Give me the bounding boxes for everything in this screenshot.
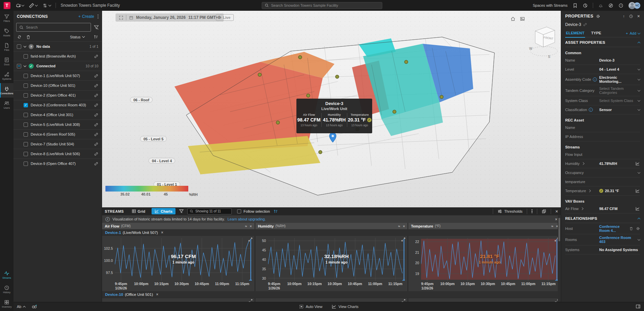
trash-icon[interactable] [26,35,31,39]
link-icon[interactable] [94,74,98,78]
sort-icon[interactable] [273,209,278,214]
connection-row[interactable]: Device-5 (Live/Work Unit 308) [13,119,102,129]
approx-icon[interactable]: ≈ [398,224,400,228]
info-icon[interactable]: i [593,77,597,81]
status-dropdown[interactable]: Status [70,35,85,39]
swap-tool[interactable] [42,3,51,8]
device-checkbox[interactable] [24,152,28,156]
view-charts-button[interactable]: View Charts [332,304,358,309]
connection-row[interactable]: Device-10 (Office Unit 501) [13,80,102,90]
trash-icon[interactable] [629,227,633,231]
info-icon[interactable]: i [589,108,593,112]
chevron-down-icon[interactable] [638,89,640,91]
global-search[interactable] [262,2,382,9]
partial-chart[interactable] [102,298,255,302]
sort-icon[interactable] [93,34,98,39]
collapse-icon[interactable] [638,41,640,44]
close-streams-icon[interactable]: × [555,209,558,214]
expand-chart-icon[interactable] [248,237,253,242]
link-icon[interactable] [94,142,98,146]
compass-icon[interactable] [608,3,613,8]
link-icon[interactable] [94,162,98,166]
collapse-icon[interactable] [638,217,640,220]
device-checkbox[interactable] [24,142,28,146]
connection-row[interactable]: Device-2 (Open Office 401) [13,90,102,100]
connection-row[interactable]: Device-6 (Green Roof 505) [13,129,102,139]
property-row[interactable]: Flow Input [565,150,640,159]
connection-row[interactable]: ✓ Device-3 (Conference Room 403) [13,100,102,110]
snapshot-icon[interactable] [520,16,525,22]
property-row[interactable]: Occupancy [565,168,640,177]
global-search-input[interactable] [271,3,379,7]
section-header[interactable]: RELATIONSHIPS [565,213,640,223]
property-row[interactable]: System Class Select System Class [565,96,640,105]
connection-group[interactable]: ? No data 1 of 1 [13,41,102,51]
expand-chart-icon[interactable] [401,237,406,242]
tab-type[interactable]: TYPE [590,30,602,37]
connections-search[interactable] [16,23,91,32]
time-header[interactable]: Monday, January 26, 2026 11:17 PM GMT+8 [116,13,224,22]
bell-icon[interactable] [598,3,603,8]
device-checkbox[interactable] [24,162,28,166]
device-checkbox[interactable] [24,113,28,117]
sidebar-item-docs[interactable]: Docs [0,54,13,69]
property-row[interactable]: Assembly Codei Electronic Monitoring... [565,74,640,85]
device-row-10[interactable]: Device-10 (Office Unit 501) × [102,291,561,298]
chevron-down-icon[interactable] [638,108,640,110]
sidebar-item-systems[interactable]: Systems [0,69,13,83]
chevron-down-icon[interactable] [24,64,26,67]
connection-row[interactable]: Device-9 (Open Office 407) [13,159,102,168]
property-row[interactable]: Temperature ✓20.31 °F [565,186,640,196]
streams-scrollbar[interactable] [558,215,561,302]
history-icon[interactable] [629,14,633,19]
thresholds-button[interactable]: Thresholds [497,209,522,214]
filter-funnel-icon[interactable] [179,209,184,214]
level-label-4[interactable]: 04 - Level 4 [149,158,175,164]
device-row-1[interactable]: Device-1 (Live/Work Unit 507) × [102,229,561,236]
property-row[interactable]: Classificationi Sensor [565,105,640,114]
follow-selection-toggle[interactable]: Follow selection [237,209,270,213]
approx-icon[interactable]: ≈ [245,224,247,228]
sidebar-item-users[interactable]: Users [0,98,13,112]
link-icon[interactable] [94,152,98,156]
link-icon[interactable] [94,123,98,127]
streams-menu-icon[interactable] [532,209,533,213]
home-icon[interactable] [510,16,516,22]
streams-search[interactable] [187,208,232,214]
gear-icon[interactable] [636,227,640,231]
link-icon[interactable] [94,83,98,88]
sparkline-icon[interactable] [635,161,640,166]
sidebar-item-connections[interactable]: Connections [0,83,13,98]
measure-tool[interactable] [29,3,37,8]
property-row[interactable]: Name [565,123,640,132]
device-checkbox[interactable] [24,74,28,78]
connection-row[interactable]: Device-7 (Studio Unit 504) [13,139,102,149]
connection-group[interactable]: ✓ Connected 10 of 10 [13,61,102,71]
connection-row[interactable]: Device-1 (Live/Work Unit 507) [13,71,102,80]
close-device-icon[interactable]: × [161,230,163,235]
property-row[interactable]: Systems No Assigned Systems [565,245,640,254]
device-checkbox[interactable] [24,83,28,88]
link-icon[interactable] [94,132,98,137]
close-properties-icon[interactable]: × [637,13,640,19]
property-row[interactable]: Name Device-3 [565,56,640,65]
sparkline-icon[interactable] [635,188,640,193]
partial-chart[interactable] [255,298,408,302]
sidebar-item-filters[interactable]: Filters [0,11,13,25]
group-checkbox[interactable] [17,64,21,68]
property-row[interactable]: Tandem Category Select Tandem Categories [565,85,640,96]
device-checkbox[interactable]: ✓ [24,103,28,107]
link-icon[interactable] [583,23,587,27]
streams-search-input[interactable] [195,209,229,213]
clusters-icon[interactable] [31,304,37,309]
create-connection-button[interactable]: + Create [78,14,94,19]
close-banner-icon[interactable]: × [555,217,557,222]
level-label-roof[interactable]: 06 - Roof [130,97,153,103]
connection-row[interactable]: farid-test (Brownsville Arch) [13,51,102,61]
sidebar-item-assets[interactable]: Assets [0,25,13,40]
orbit-tool[interactable] [15,3,24,8]
tab-charts[interactable]: Charts [152,208,175,214]
device-checkbox[interactable] [24,54,28,59]
chevron-down-icon[interactable] [638,77,640,80]
property-row[interactable]: tempareture [565,177,640,186]
